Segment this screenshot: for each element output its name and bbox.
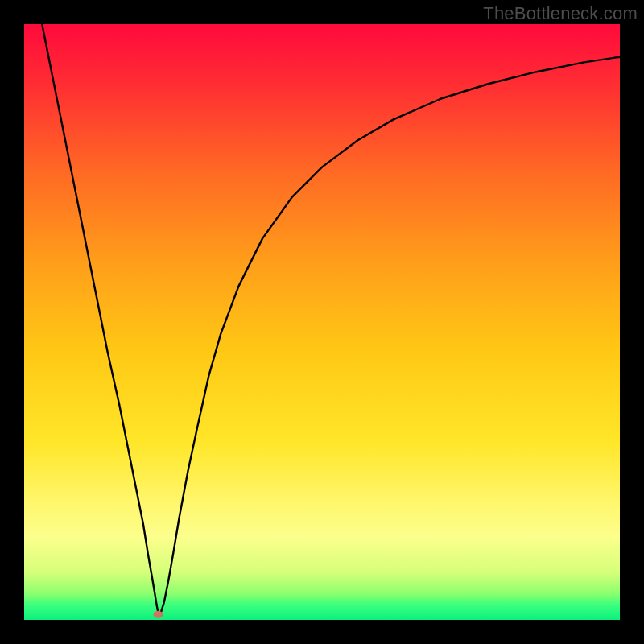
optimal-point-marker xyxy=(154,611,163,618)
gradient-background xyxy=(24,24,620,620)
watermark-text: TheBottleneck.com xyxy=(483,3,638,24)
plot-frame xyxy=(24,24,620,620)
bottleneck-chart xyxy=(24,24,620,620)
